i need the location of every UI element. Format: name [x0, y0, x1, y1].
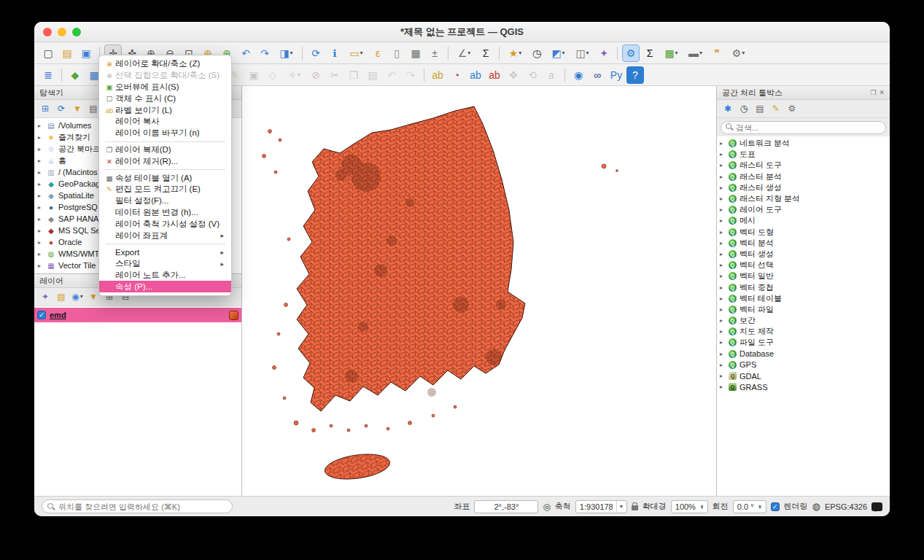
toolbox-group[interactable]: ▸ GPS — [717, 359, 890, 370]
new-map-view-button[interactable]: ◨ — [275, 44, 298, 62]
menu-show-in-overview[interactable]: ▣ 오버뷰에 표시(S) — [99, 82, 231, 93]
expander-icon[interactable]: ▸ — [720, 140, 728, 147]
nominatim-geocoder-button[interactable]: ◉ — [570, 66, 587, 84]
scale-bar-button[interactable]: ▬ — [684, 44, 707, 62]
add-feature-button[interactable]: ◇ — [264, 66, 282, 84]
metasearch-button[interactable]: ∞ — [589, 66, 606, 84]
style-manager-button[interactable]: ✦ — [595, 44, 613, 62]
save-project-button[interactable]: ▣ — [77, 44, 95, 62]
change-label-button[interactable]: a — [543, 66, 560, 84]
stepper-icon[interactable]: ▲▼ — [700, 505, 704, 509]
bookmarks-button[interactable]: ★ — [504, 44, 527, 62]
menu-rename-layer[interactable]: 레이어 이름 바꾸기 (n) — [99, 128, 231, 139]
expander-icon[interactable]: ▸ — [720, 151, 728, 158]
menu-zoom-to-selection[interactable]: ⊕ 선택 집합으로 확대/축소 (S) — [99, 70, 231, 82]
menu-show-labels[interactable]: ab 라벨 보이기 (L) — [99, 104, 231, 116]
menu-toggle-editing[interactable]: ✎ 편집 모드 켜고끄기 (E) — [99, 184, 231, 195]
expander-icon[interactable]: ▸ — [720, 373, 728, 379]
extents-toggle-icon[interactable]: ◎ — [543, 502, 550, 512]
float-panel-icon[interactable]: ❐ — [870, 89, 876, 96]
toolbox-group[interactable]: ▸ 벡터 일반 — [717, 271, 890, 281]
expander-icon[interactable]: ▸ — [720, 317, 728, 324]
toolbox-group[interactable]: ▸ 래스터 분석 — [717, 171, 890, 182]
toolbox-group[interactable]: ▸ 벡터 테이블 — [717, 293, 890, 304]
toolbox-group[interactable]: ▸ 레이어 도구 — [717, 204, 890, 215]
expander-icon[interactable]: ▸ — [720, 174, 728, 180]
menu-layer-crs[interactable]: 레이어 좌표계 — [99, 230, 231, 241]
expander-icon[interactable]: ▸ — [720, 339, 728, 346]
layer-indicator-badge[interactable] — [229, 311, 238, 320]
expander-icon[interactable]: ▸ — [720, 229, 728, 236]
copy-features-button[interactable]: ❐ — [345, 66, 362, 84]
toolbox-group[interactable]: ▸ 벡터 선택 — [717, 260, 890, 271]
expander-icon[interactable]: ▸ — [38, 181, 46, 187]
expander-icon[interactable]: ▸ — [720, 206, 728, 213]
chevron-down-icon[interactable]: ▾ — [616, 501, 623, 513]
manage-map-themes-button[interactable]: ◉ — [70, 289, 85, 304]
toolbox-group[interactable]: ▸ GRASS — [717, 381, 890, 392]
menu-open-attribute-table[interactable]: ▦ 속성 테이블 열기 (A) — [99, 172, 231, 184]
toolbox-group[interactable]: ▸ GDAL — [717, 370, 890, 381]
select-features-button[interactable]: ▭ — [345, 44, 368, 62]
expander-icon[interactable]: ▸ — [720, 273, 728, 279]
open-layer-styling-button[interactable]: ✦ — [38, 289, 53, 304]
expander-icon[interactable]: ▸ — [720, 284, 728, 291]
menu-remove-layer[interactable]: ✕ 레이어 제거(R)... — [99, 155, 231, 167]
statistics-button[interactable]: Σ — [477, 44, 494, 62]
expander-icon[interactable]: ▸ — [38, 228, 46, 234]
sum-statistics-button[interactable]: Σ — [641, 44, 659, 62]
save-edits-button[interactable]: ▣ — [245, 66, 263, 84]
expander-icon[interactable]: ▸ — [720, 240, 728, 246]
new-project-button[interactable]: ▢ — [39, 44, 57, 62]
expander-icon[interactable]: ▸ — [720, 184, 728, 191]
map-canvas[interactable] — [242, 86, 716, 496]
processing-toolbox-button[interactable]: ⚙ — [622, 44, 640, 62]
stepper-icon[interactable]: ▲▼ — [758, 505, 762, 509]
delete-selected-button[interactable]: ⊘ — [307, 66, 325, 84]
menu-filter-settings[interactable]: 필터 설정(F)... — [99, 195, 231, 207]
add-group-button[interactable]: ▤ — [54, 289, 69, 304]
render-checkbox[interactable]: ✓ — [771, 502, 780, 511]
add-selected-layers-button[interactable]: ⊞ — [38, 101, 53, 116]
new-3d-map-button[interactable]: ◩ — [547, 44, 570, 62]
expander-icon[interactable]: ▸ — [720, 217, 728, 224]
toolbox-group[interactable]: ▸ 래스터 지형 분석 — [717, 193, 890, 204]
filter-browser-button[interactable]: ▼ — [70, 101, 85, 116]
history-button[interactable]: ◷ — [737, 101, 751, 116]
scale-combo[interactable]: 1:930178 ▾ — [575, 500, 627, 513]
toolbox-search-input[interactable] — [721, 121, 886, 134]
expander-icon[interactable]: ▸ — [38, 192, 46, 199]
zoom-last-button[interactable]: ↶ — [237, 44, 255, 62]
cut-features-button[interactable]: ✂ — [326, 66, 343, 84]
toolbox-group[interactable]: ▸ 보간 — [717, 315, 890, 326]
toolbox-group[interactable]: ▸ 벡터 도형 — [717, 227, 890, 238]
toolbox-group[interactable]: ▸ 지도 제작 — [717, 326, 890, 337]
crs-globe-icon[interactable]: ◍ — [812, 501, 820, 512]
toolbox-group[interactable]: ▸ 네트워크 분석 — [717, 138, 890, 149]
expander-icon[interactable]: ▸ — [720, 262, 728, 268]
menu-change-data-source[interactable]: 데이터 원본 변경 (h)... — [99, 207, 231, 219]
expander-icon[interactable]: ▸ — [38, 169, 46, 176]
data-source-manager-button[interactable]: ≣ — [39, 66, 57, 84]
toolbox-group[interactable]: ▸ 벡터 중첩 — [717, 281, 890, 292]
deselect-features-button[interactable]: ▯ — [388, 44, 405, 62]
expander-icon[interactable]: ▸ — [38, 262, 46, 269]
layer-visibility-checkbox[interactable]: ✓ — [37, 311, 46, 319]
highlight-pinned-labels-button[interactable]: ab — [486, 66, 503, 84]
expander-icon[interactable]: ▸ — [38, 122, 46, 129]
magnifier-spinbox[interactable]: 100% ▲▼ — [671, 500, 708, 513]
rotate-label-button[interactable]: ⟲ — [524, 66, 541, 84]
locator-input[interactable] — [42, 499, 233, 513]
expander-icon[interactable]: ▸ — [38, 146, 46, 152]
layer-row-emd[interactable]: ✓ emd — [34, 308, 241, 322]
redo-button[interactable]: ↷ — [402, 66, 419, 84]
measure-button[interactable]: ∠ — [453, 44, 475, 62]
help-button[interactable]: ? — [626, 66, 644, 84]
move-label-button[interactable]: ✥ — [505, 66, 522, 84]
menu-duplicate-layer[interactable]: ❐ 레이어 복제(D) — [99, 144, 231, 156]
expander-icon[interactable]: ▸ — [38, 134, 46, 141]
menu-add-layer-notes[interactable]: 레이어 노트 추가... — [99, 270, 231, 281]
toolbox-group[interactable]: ▸ 래스터 도구 — [717, 160, 890, 171]
menu-zoom-to-layer[interactable]: ⊕ 레이어로 확대/축소 (Z) — [99, 58, 231, 70]
expander-icon[interactable]: ▸ — [720, 295, 728, 302]
